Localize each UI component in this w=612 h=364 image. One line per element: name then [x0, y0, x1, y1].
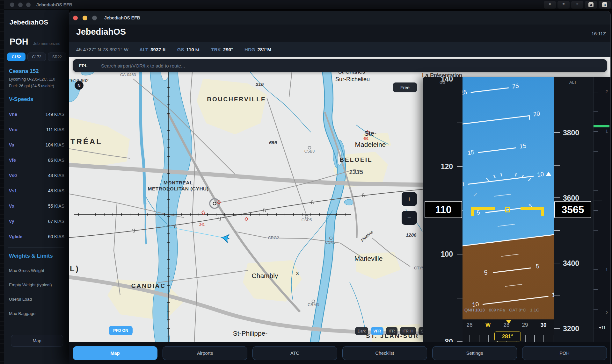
window-titlebar[interactable]: JebediahOS EFB — [69, 11, 610, 25]
alt-tape-tick — [554, 165, 560, 166]
alt-tape-tick — [554, 132, 560, 133]
tab-settings[interactable]: Settings — [432, 346, 517, 360]
north-indicator[interactable]: N — [75, 81, 84, 90]
tab-atc[interactable]: ATC — [252, 346, 337, 360]
tab-checklist[interactable]: Checklist — [342, 346, 427, 360]
zoom-icon[interactable] — [92, 16, 97, 20]
pfd-toggle-button[interactable]: PFD ON — [109, 326, 133, 335]
close-icon[interactable] — [73, 16, 78, 20]
a-tab-icon: a — [602, 2, 607, 7]
window-minimize-icon[interactable] — [18, 3, 23, 7]
vspeed-value: 55 KIAS — [48, 203, 64, 209]
zoom-in-button[interactable]: + — [402, 192, 417, 206]
map-style-ifr[interactable]: IFR — [386, 327, 397, 335]
vsi-tick — [594, 210, 598, 211]
background-window-titlebar: JebediahOS EFB ***aa — [4, 0, 612, 10]
vsi-label: 1 — [606, 129, 608, 133]
vspeed-value: 111 KIAS — [46, 127, 64, 132]
browser-tab[interactable]: * — [544, 1, 556, 9]
window-zoom-icon[interactable] — [26, 3, 31, 7]
vsi-bar — [594, 125, 609, 127]
vspeed-row: Vx55 KIAS — [9, 203, 64, 210]
speed-tape-tick — [457, 298, 463, 298]
status-value: 3937 ft — [150, 47, 166, 52]
map-style-vfr[interactable]: VFR — [371, 327, 383, 335]
pitch-label: 25 — [463, 89, 469, 96]
aircraft-symbol-right-bar — [521, 207, 544, 210]
fpl-label: FPL — [79, 63, 88, 68]
attitude-indicator: 252520201515101055551010 — [463, 77, 554, 319]
pitch-label: 25 — [511, 82, 520, 90]
vspeed-label: Vs1 — [9, 188, 17, 193]
poh-sidebar: JebediahOS POH Jeb memorized C152C172SR2… — [4, 10, 69, 364]
vspeeds-heading: V-Speeds — [9, 96, 33, 103]
vspeed-row: Vy67 KIAS — [9, 219, 64, 225]
app-header: JebediahOS 16:11Z — [69, 25, 610, 42]
aircraft-tab-c172[interactable]: C172 — [27, 53, 46, 61]
speed-tape-value: 100 — [440, 250, 453, 259]
vspeed-value: 43 KIAS — [48, 173, 64, 178]
vsi-tick — [594, 230, 598, 231]
aircraft-tab-c152[interactable]: C152 — [7, 53, 26, 61]
status-label: TRK — [211, 47, 221, 52]
aircraft-symbol-center — [505, 207, 510, 212]
screen: JebediahOS EFB ***aa JebediahOS POH Jeb … — [0, 0, 612, 364]
heading-tape-value: 29 — [520, 322, 530, 328]
map-style-ifr-hi[interactable]: IFR Hi — [400, 327, 416, 335]
browser-tab[interactable]: a — [599, 1, 611, 9]
map-mode-free-button[interactable]: Free — [393, 82, 417, 92]
pfd-data-row: QNH 1013 889 hPa OAT 8°C 1.1G — [463, 308, 554, 312]
zoom-out-button[interactable]: − — [402, 211, 417, 225]
aircraft-tab-sr22[interactable]: SR22 — [48, 53, 66, 61]
qnh-value[interactable]: QNH 1013 — [464, 308, 485, 312]
vspeed-row: Va104 KIAS — [9, 142, 64, 149]
pitch-label: 5 — [533, 262, 542, 270]
horizon-layer: 252520201515101055551010 — [463, 77, 554, 319]
speed-tape-tick — [457, 166, 463, 167]
map-label: BELOEIL — [339, 156, 372, 163]
map-label: pipeline — [360, 230, 374, 242]
aircraft-symbol-right-leg — [541, 207, 544, 216]
efb-window: JebediahOS EFB JebediahOS 16:11Z 45.4727… — [69, 11, 611, 364]
browser-tab[interactable]: * — [571, 1, 583, 9]
pitch-label: 5 — [481, 269, 491, 277]
pitch-label: 10 — [550, 291, 554, 299]
vsi-tick — [594, 171, 598, 171]
vsi-tick — [594, 269, 598, 270]
vspeed-value: 48 KIAS — [48, 188, 64, 193]
map-label: BOUCHERVILLE — [207, 96, 266, 103]
obstacle-icon — [202, 211, 205, 215]
browser-tab[interactable]: a — [585, 1, 597, 9]
tab-map[interactable]: Map — [73, 346, 157, 360]
aircraft-symbol-left-bar — [471, 207, 495, 210]
aircraft-symbol-left-leg — [471, 207, 474, 216]
alt-tape-label: ALT — [569, 80, 577, 85]
g-load-value: 1.1G — [530, 308, 539, 312]
route-search-input[interactable] — [101, 63, 607, 68]
position-coordinates: 45.4727° N 73.3921° W — [76, 47, 128, 52]
pitch-label: 15 — [518, 142, 528, 150]
heading-tick — [470, 335, 470, 342]
vsi-label: 2 — [606, 89, 608, 94]
weight-row: Empty Weight (typical) — [9, 282, 66, 287]
speed-tape-tick — [457, 79, 463, 79]
minimize-icon[interactable] — [83, 16, 87, 20]
map-style-dark[interactable]: Dark — [355, 327, 368, 335]
vsi-tick — [594, 111, 598, 112]
sidebar-map-button[interactable]: Map — [11, 335, 63, 347]
vsi-tick — [594, 151, 598, 152]
window-close-icon[interactable] — [10, 3, 14, 7]
vspeed-label: Va — [9, 142, 14, 147]
aircraft-engine: Lycoming O-235-L2C, 110 — [9, 77, 55, 82]
window-title: JebediahOS EFB — [104, 15, 140, 20]
map-label: CANDIAC — [131, 282, 166, 289]
pitch-label: 15 — [466, 149, 476, 157]
alt-tape-value: 3400 — [563, 259, 585, 268]
background-window-title: JebediahOS EFB — [36, 2, 72, 7]
browser-tab[interactable]: * — [557, 1, 570, 9]
tab-airports[interactable]: Airports — [163, 346, 247, 360]
pitch-label: 10 — [471, 300, 480, 308]
heading-tape-value: 28 — [501, 322, 512, 328]
vspeed-row: Vfe85 KIAS — [9, 158, 64, 164]
tab-poh[interactable]: POH — [522, 346, 607, 360]
